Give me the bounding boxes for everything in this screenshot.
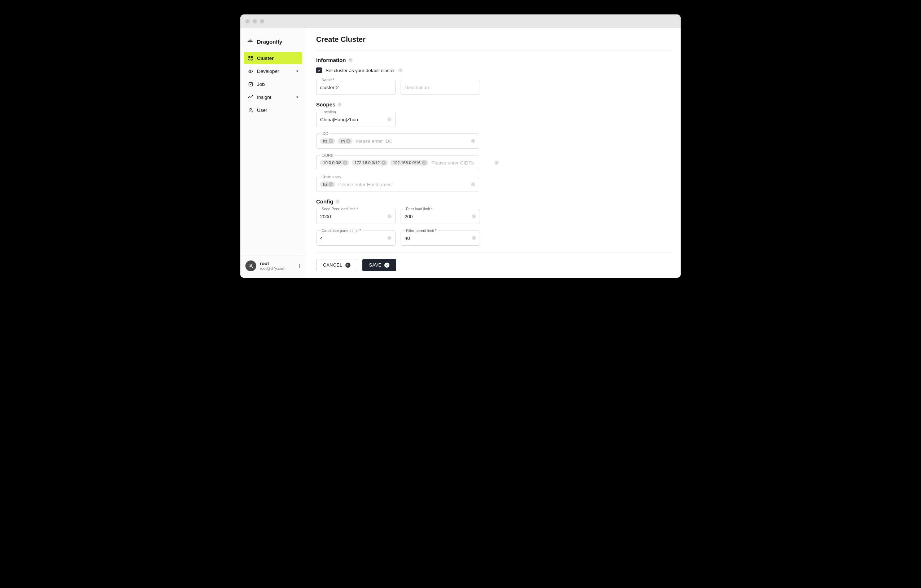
svg-line-3 xyxy=(249,40,250,41)
svg-line-10 xyxy=(250,70,251,73)
page-title: Create Cluster xyxy=(316,35,670,50)
name-field-label: Name * xyxy=(320,78,336,82)
sidebar-item-job[interactable]: Job xyxy=(244,78,302,90)
svg-line-4 xyxy=(251,40,252,41)
chip-remove-icon[interactable]: ✕ xyxy=(329,139,333,143)
cidr-chip[interactable]: 172.16.0.0/12✕ xyxy=(351,160,387,166)
default-cluster-label: Set cluster as your default cluster xyxy=(325,68,395,73)
user-footer[interactable]: root root@d7y.com ▴▾ xyxy=(240,255,306,278)
help-icon[interactable]: ? xyxy=(387,214,392,219)
help-icon[interactable]: ? xyxy=(471,182,475,187)
idc-field[interactable]: IDC hz✕ sh✕ ? xyxy=(316,133,479,149)
app-body: Dragonfly Cluster xyxy=(240,28,681,278)
form-actions: CANCEL ✕ SAVE ✓ xyxy=(316,259,670,271)
sidebar-item-label: User xyxy=(257,107,267,113)
help-icon[interactable]: ? xyxy=(387,236,392,240)
chip-remove-icon[interactable]: ✕ xyxy=(422,161,426,165)
seed-peer-load-limit-input[interactable] xyxy=(320,214,385,219)
hostname-chip[interactable]: hz✕ xyxy=(320,182,335,187)
cidrs-input[interactable] xyxy=(431,160,492,166)
window-close-dot[interactable] xyxy=(246,19,250,23)
window-minimize-dot[interactable] xyxy=(253,19,257,23)
sidebar-item-insight[interactable]: Insight ▾ xyxy=(244,91,302,103)
filter-parent-limit-input[interactable] xyxy=(405,236,470,241)
dragonfly-logo-icon xyxy=(247,38,253,45)
insight-icon xyxy=(247,94,253,100)
seed-peer-load-limit-label: Seed Peer load limit * xyxy=(320,207,360,211)
sidebar-item-label: Cluster xyxy=(257,55,274,61)
help-icon[interactable]: ? xyxy=(472,236,476,240)
peer-load-limit-label: Peer load limit * xyxy=(405,207,434,211)
idc-chip[interactable]: hz✕ xyxy=(320,138,335,144)
cidr-chip[interactable]: 10.0.0.0/8✕ xyxy=(320,160,349,166)
candidate-parent-limit-input[interactable] xyxy=(320,236,385,241)
svg-point-12 xyxy=(248,97,249,98)
help-icon[interactable]: ? xyxy=(387,117,392,122)
window-titlebar xyxy=(240,15,681,28)
svg-rect-9 xyxy=(251,59,252,60)
name-field[interactable]: Name * xyxy=(316,80,395,95)
idc-field-label: IDC xyxy=(320,131,329,136)
hostnames-field[interactable]: Hostnames hz✕ ? xyxy=(316,177,479,192)
help-icon[interactable]: ? xyxy=(472,214,476,219)
cidr-chip[interactable]: 192.168.0.0/16✕ xyxy=(390,160,429,166)
chevron-down-icon: ▾ xyxy=(296,95,298,99)
cidrs-field-label: CIDRs xyxy=(320,153,334,157)
job-icon xyxy=(247,81,253,87)
brand: Dragonfly xyxy=(240,35,306,52)
chevron-down-icon: ▾ xyxy=(296,69,298,73)
hostnames-input[interactable] xyxy=(338,182,469,187)
default-cluster-checkbox-row[interactable]: Set cluster as your default cluster ? xyxy=(316,67,670,73)
filter-parent-limit-label: Filter parent limit * xyxy=(405,228,438,233)
idc-input[interactable] xyxy=(355,138,469,144)
svg-point-5 xyxy=(250,41,251,42)
filter-parent-limit-field[interactable]: Filter parent limit * ? xyxy=(400,231,480,246)
hostnames-field-label: Hostnames xyxy=(320,175,342,179)
chip-remove-icon[interactable]: ✕ xyxy=(346,139,350,143)
help-icon[interactable]: ? xyxy=(337,102,342,107)
avatar xyxy=(246,260,256,271)
description-field[interactable] xyxy=(400,80,480,95)
default-cluster-checkbox[interactable] xyxy=(316,67,322,73)
cidrs-field[interactable]: CIDRs 10.0.0.0/8✕ 172.16.0.0/12✕ 192.168… xyxy=(316,155,479,170)
description-input[interactable] xyxy=(405,85,476,90)
sidebar-item-user[interactable]: User xyxy=(244,104,302,116)
window-maximize-dot[interactable] xyxy=(260,19,264,23)
code-icon xyxy=(247,68,253,74)
help-icon[interactable]: ? xyxy=(471,139,475,143)
brand-name: Dragonfly xyxy=(257,39,282,45)
help-icon[interactable]: ? xyxy=(335,200,340,204)
seed-peer-load-limit-field[interactable]: Seed Peer load limit * ? xyxy=(316,209,395,224)
chip-remove-icon[interactable]: ✕ xyxy=(329,182,333,187)
location-field-label: Location xyxy=(320,110,337,114)
peer-load-limit-input[interactable] xyxy=(405,214,470,219)
help-icon[interactable]: ? xyxy=(399,68,403,73)
user-menu-toggle-icon[interactable]: ▴▾ xyxy=(299,263,301,268)
user-name: root xyxy=(260,261,285,266)
check-icon: ✓ xyxy=(384,263,389,268)
save-button[interactable]: SAVE ✓ xyxy=(362,259,396,271)
user-email: root@d7y.com xyxy=(260,266,285,271)
cancel-button[interactable]: CANCEL ✕ xyxy=(316,259,357,271)
svg-rect-8 xyxy=(248,59,250,60)
svg-rect-7 xyxy=(251,56,252,57)
user-icon xyxy=(247,107,253,113)
name-input[interactable] xyxy=(320,85,392,90)
sidebar-item-developer[interactable]: Developer ▾ xyxy=(244,65,302,77)
svg-point-15 xyxy=(250,264,252,266)
candidate-parent-limit-label: Candidate parent limit * xyxy=(320,228,362,233)
svg-rect-6 xyxy=(248,56,250,57)
sidebar-item-cluster[interactable]: Cluster xyxy=(244,52,302,64)
help-icon[interactable]: ? xyxy=(495,161,499,165)
section-title-config: Config ? xyxy=(316,198,670,205)
candidate-parent-limit-field[interactable]: Candidate parent limit * ? xyxy=(316,231,395,246)
location-field[interactable]: Location ? xyxy=(316,112,395,127)
section-title-scopes: Scopes ? xyxy=(316,101,670,107)
idc-chip[interactable]: sh✕ xyxy=(337,138,353,144)
svg-point-14 xyxy=(250,108,252,110)
help-icon[interactable]: ? xyxy=(348,58,353,62)
chip-remove-icon[interactable]: ✕ xyxy=(343,161,347,165)
peer-load-limit-field[interactable]: Peer load limit * ? xyxy=(400,209,480,224)
chip-remove-icon[interactable]: ✕ xyxy=(381,161,386,165)
location-input[interactable] xyxy=(320,117,385,122)
